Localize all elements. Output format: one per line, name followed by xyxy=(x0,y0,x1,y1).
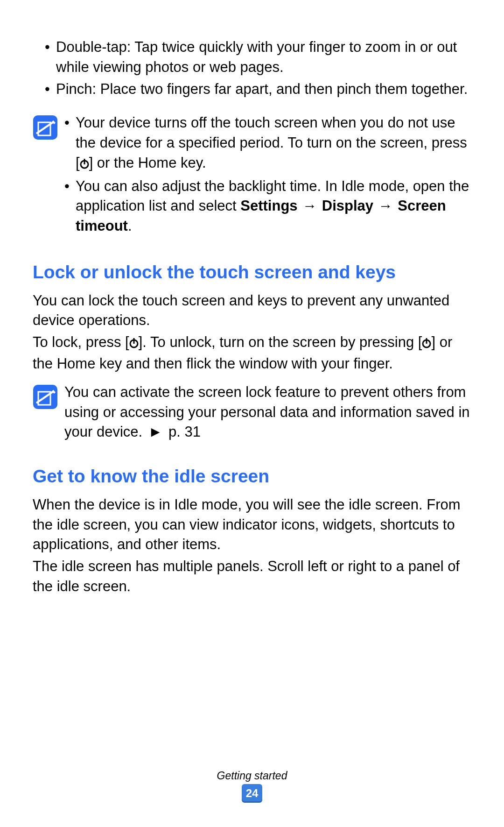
note-text: . xyxy=(128,218,132,234)
note-icon xyxy=(33,384,58,410)
body-text: To lock, press [ xyxy=(33,334,129,350)
list-item: Your device turns off the touch screen w… xyxy=(64,113,471,174)
power-icon xyxy=(129,334,139,354)
note-text: You can activate the screen lock feature… xyxy=(64,384,470,440)
arrow-icon: → xyxy=(298,198,322,214)
bold-text: Display xyxy=(322,198,373,214)
section-heading-lock: Lock or unlock the touch screen and keys xyxy=(33,262,471,283)
power-icon xyxy=(422,334,431,354)
footer-section-label: Getting started xyxy=(0,770,504,782)
manual-page: Double-tap: Tap twice quickly with your … xyxy=(0,0,504,827)
top-bullet-list: Double-tap: Tap twice quickly with your … xyxy=(33,37,471,99)
list-item: Double-tap: Tap twice quickly with your … xyxy=(45,37,471,78)
power-icon xyxy=(80,155,89,175)
bold-text: Settings xyxy=(240,198,297,214)
list-item: Pinch: Place two fingers far apart, and … xyxy=(45,79,471,99)
body-text: ]. To unlock, turn on the screen by pres… xyxy=(139,334,422,350)
arrow-icon: → xyxy=(373,198,398,214)
note-body: Your device turns off the touch screen w… xyxy=(64,113,471,238)
note-icon xyxy=(33,115,58,140)
body-text: When the device is in Idle mode, you wil… xyxy=(33,495,471,555)
list-item: You can also adjust the backlight time. … xyxy=(64,177,471,236)
section-heading-idle: Get to know the idle screen xyxy=(33,466,471,488)
page-content: Double-tap: Tap twice quickly with your … xyxy=(33,37,471,597)
note-body: You can activate the screen lock feature… xyxy=(64,382,471,442)
triangle-icon: ► xyxy=(147,424,165,440)
body-text: You can lock the touch screen and keys t… xyxy=(33,291,471,331)
page-reference: p. 31 xyxy=(164,424,201,440)
body-text: The idle screen has multiple panels. Scr… xyxy=(33,557,471,597)
note-text: ] or the Home key. xyxy=(89,155,206,171)
note-block: You can activate the screen lock feature… xyxy=(33,382,471,442)
page-footer: Getting started 24 xyxy=(0,770,504,803)
note-block: Your device turns off the touch screen w… xyxy=(33,113,471,238)
body-text: To lock, press []. To unlock, turn on th… xyxy=(33,332,471,374)
page-number-badge: 24 xyxy=(242,784,262,803)
